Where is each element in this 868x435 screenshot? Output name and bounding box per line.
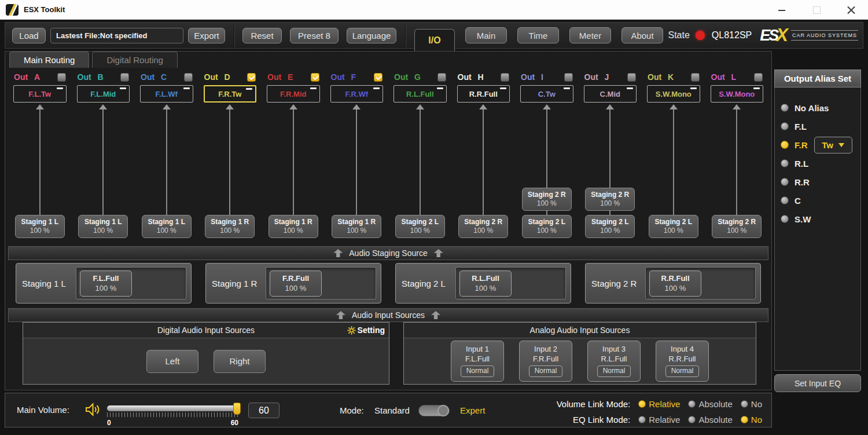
staging-badge[interactable]: Staging 2 L 100 %	[585, 215, 635, 238]
staging-source-panel[interactable]: Staging 2 R R.R.Full 100 %	[585, 263, 761, 304]
radio-icon	[781, 178, 789, 186]
staging-badge[interactable]: Staging 1 R 100 %	[332, 215, 381, 238]
staging-badge[interactable]: Staging 2 R 100 %	[458, 215, 508, 238]
output-alias-box[interactable]: F.L.Tw	[13, 85, 67, 103]
output-alias-box[interactable]: C.Tw	[520, 85, 573, 103]
link-mode-option[interactable]: Relative	[638, 415, 680, 425]
staging-badge[interactable]: Staging 2 R 100 %	[522, 188, 572, 211]
nav-tab[interactable]: Meter	[569, 27, 611, 43]
analog-input-card[interactable]: Input 4 R.R.Full Normal	[656, 341, 709, 382]
staging-source-badge[interactable]: R.L.Full 100 %	[459, 270, 512, 297]
alias-dropdown[interactable]: Tw	[814, 137, 852, 153]
channel-checkbox[interactable]	[184, 73, 193, 82]
main-volume-slider[interactable]: 0 60	[107, 405, 240, 417]
nav-tab[interactable]: About	[621, 27, 663, 43]
alias-radio-item[interactable]: C	[775, 191, 860, 210]
output-alias-box[interactable]: R.L.Full	[393, 85, 447, 103]
analog-input-card[interactable]: Input 1 F.L.Full Normal	[451, 341, 504, 382]
setting-button[interactable]: Setting	[347, 323, 385, 338]
output-alias-box[interactable]: F.R.Wf	[330, 85, 384, 103]
staging-badge[interactable]: Staging 1 L 100 %	[15, 215, 65, 238]
staging-badge[interactable]: Staging 1 L 100 %	[78, 215, 128, 238]
nav-tab[interactable]: Time	[517, 27, 559, 43]
minimize-icon[interactable]	[778, 6, 786, 14]
analog-input-card[interactable]: Input 2 F.R.Full Normal	[519, 341, 572, 382]
staging-badge[interactable]: Staging 2 L 100 %	[649, 215, 698, 238]
export-button[interactable]: Export	[188, 28, 225, 43]
load-button[interactable]: Load	[12, 28, 46, 43]
channel-checkbox[interactable]	[374, 73, 382, 82]
channel-output-label: OutC	[141, 72, 167, 82]
channel-checkbox[interactable]	[754, 73, 763, 82]
output-alias-box[interactable]: C.Mid	[584, 85, 637, 103]
output-alias-box[interactable]: F.L.Mid	[77, 85, 130, 103]
channel-checkbox[interactable]	[564, 73, 573, 82]
nav-tab[interactable]: I/O	[414, 29, 455, 51]
routing-tab[interactable]: Digital Routing	[92, 52, 178, 68]
link-mode-option[interactable]: Absolute	[688, 399, 732, 409]
preset-button[interactable]: Preset 8	[290, 28, 339, 43]
input-name: Input 3	[588, 344, 640, 354]
staging-source-badge[interactable]: R.R.Full 100 %	[649, 270, 701, 297]
channel-checkbox[interactable]	[437, 73, 446, 82]
digital-channel-button[interactable]: Left	[146, 350, 198, 373]
staging-badge[interactable]: Staging 2 R 100 %	[585, 188, 635, 211]
nav-tab[interactable]: Main	[465, 27, 507, 43]
staging-source-badge[interactable]: F.L.Full 100 %	[80, 270, 132, 297]
staging-source-panel[interactable]: Staging 1 L F.L.Full 100 %	[16, 263, 192, 304]
channel-checkbox[interactable]	[247, 73, 256, 82]
minimize-dash-icon	[57, 87, 63, 89]
link-mode-option[interactable]: No	[741, 399, 762, 409]
output-alias-box[interactable]: F.R.Tw	[204, 85, 257, 103]
channel-checkbox[interactable]	[501, 73, 509, 82]
reset-button[interactable]: Reset	[242, 28, 282, 43]
alias-radio-item[interactable]: No Alias	[775, 98, 860, 117]
staging-badge[interactable]: Staging 2 R 100 %	[712, 215, 762, 238]
state-indicator-icon	[696, 31, 705, 40]
output-alias-box[interactable]: F.L.Wf	[140, 85, 193, 103]
volume-value-box[interactable]: 60	[248, 403, 279, 418]
channel-checkbox[interactable]	[311, 73, 319, 82]
alias-radio-item[interactable]: R.L	[775, 154, 860, 173]
channel-checkbox[interactable]	[120, 73, 129, 82]
channel-checkbox[interactable]	[627, 73, 636, 82]
slider-track[interactable]	[107, 405, 240, 411]
brand-tagline: CAR AUDIO SYSTEMS	[791, 30, 858, 41]
out-prefix: Out	[648, 72, 661, 82]
link-mode-option[interactable]: Absolute	[688, 415, 732, 425]
alias-radio-item[interactable]: F.L	[775, 117, 860, 136]
staging-badge[interactable]: Staging 1 R 100 %	[269, 215, 318, 238]
staging-source-panel[interactable]: Staging 1 R F.R.Full 100 %	[205, 263, 381, 304]
output-alias-box[interactable]: S.W.Mono	[647, 85, 700, 103]
maximize-icon[interactable]	[812, 6, 821, 14]
routing-lane: Staging 1 R 100 %	[198, 104, 262, 246]
slider-thumb[interactable]	[233, 403, 241, 415]
output-alias-box[interactable]: F.R.Mid	[267, 85, 320, 103]
staging-source-badge[interactable]: F.R.Full 100 %	[270, 270, 322, 297]
staging-badge[interactable]: Staging 1 L 100 %	[142, 215, 192, 238]
link-mode-option[interactable]: Relative	[638, 399, 680, 409]
staging-badge[interactable]: Staging 2 L 100 %	[522, 215, 572, 238]
staging-badge-value: 100 %	[79, 226, 127, 235]
alias-radio-item[interactable]: F.R Tw	[775, 136, 860, 154]
alias-radio-item[interactable]: R.R	[775, 173, 860, 191]
latest-file-field[interactable]: Lastest File:Not specified	[50, 28, 183, 43]
close-icon[interactable]	[847, 6, 855, 14]
staging-badge[interactable]: Staging 1 R 100 %	[205, 215, 255, 238]
set-input-eq-button[interactable]: Set Input EQ	[774, 374, 861, 392]
staging-badge[interactable]: Staging 2 L 100 %	[395, 215, 445, 238]
digital-channel-button[interactable]: Right	[214, 350, 266, 373]
mode-toggle[interactable]	[418, 405, 450, 416]
link-mode-option[interactable]: No	[741, 415, 762, 425]
alias-radio-item[interactable]: S.W	[775, 210, 860, 228]
staging-source-panel[interactable]: Staging 2 L R.L.Full 100 %	[395, 263, 571, 304]
output-alias-box[interactable]: S.W.Mono	[711, 85, 764, 103]
channel-checkbox[interactable]	[57, 73, 66, 82]
staging-badge-value: 100 %	[269, 226, 318, 235]
channel-checkbox[interactable]	[691, 73, 700, 82]
routing-tab[interactable]: Main Routing	[9, 52, 89, 68]
output-alias-box[interactable]: R.R.Full	[457, 85, 510, 103]
language-button[interactable]: Language	[347, 28, 396, 43]
analog-input-card[interactable]: Input 3 R.L.Full Normal	[587, 341, 641, 382]
speaker-icon[interactable]	[84, 402, 101, 417]
